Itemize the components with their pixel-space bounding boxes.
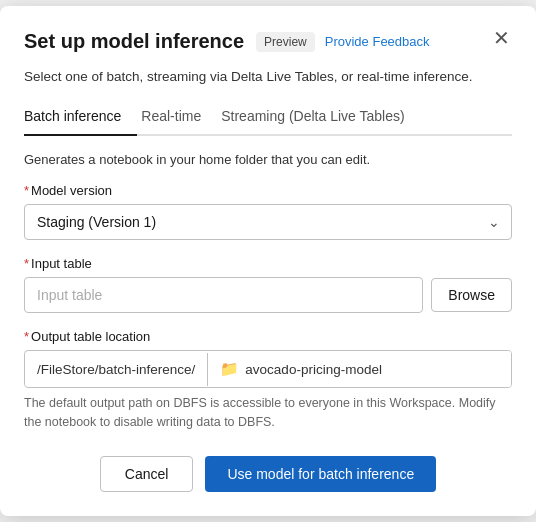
feedback-link[interactable]: Provide Feedback <box>325 34 430 49</box>
modal-subtitle: Select one of batch, streaming via Delta… <box>24 69 512 84</box>
output-model-name: avocado-pricing-model <box>245 362 382 377</box>
model-version-select[interactable]: Staging (Version 1) Production (Version … <box>24 204 512 240</box>
browse-button[interactable]: Browse <box>431 278 512 312</box>
input-table-input[interactable] <box>24 277 423 313</box>
required-star-3: * <box>24 329 29 344</box>
input-table-label: *Input table <box>24 256 512 271</box>
cancel-button[interactable]: Cancel <box>100 456 194 492</box>
tab-bar: Batch inference Real-time Streaming (Del… <box>24 100 512 136</box>
output-path: /FileStore/batch-inference/ <box>25 353 208 386</box>
modal-container: Set up model inference Preview Provide F… <box>0 6 536 516</box>
output-table-row: /FileStore/batch-inference/ 📁 avocado-pr… <box>24 350 512 388</box>
tab-streaming[interactable]: Streaming (Delta Live Tables) <box>217 100 420 136</box>
modal-header: Set up model inference Preview Provide F… <box>24 30 512 53</box>
output-table-field: *Output table location /FileStore/batch-… <box>24 329 512 432</box>
required-star-1: * <box>24 183 29 198</box>
output-table-label: *Output table location <box>24 329 512 344</box>
submit-button[interactable]: Use model for batch inference <box>205 456 436 492</box>
preview-badge: Preview <box>256 32 315 52</box>
input-table-field: *Input table Browse <box>24 256 512 313</box>
required-star-2: * <box>24 256 29 271</box>
modal-title: Set up model inference <box>24 30 244 53</box>
model-version-select-wrapper: Staging (Version 1) Production (Version … <box>24 204 512 240</box>
model-version-label: *Model version <box>24 183 512 198</box>
output-model: 📁 avocado-pricing-model <box>208 351 511 387</box>
model-version-field: *Model version Staging (Version 1) Produ… <box>24 183 512 240</box>
folder-icon: 📁 <box>220 360 239 378</box>
modal-footer: Cancel Use model for batch inference <box>24 456 512 492</box>
tab-batch-inference[interactable]: Batch inference <box>24 100 137 136</box>
tab-real-time[interactable]: Real-time <box>137 100 217 136</box>
output-note: The default output path on DBFS is acces… <box>24 394 512 432</box>
close-button[interactable]: ✕ <box>487 26 516 50</box>
input-table-row: Browse <box>24 277 512 313</box>
section-description: Generates a notebook in your home folder… <box>24 152 512 167</box>
